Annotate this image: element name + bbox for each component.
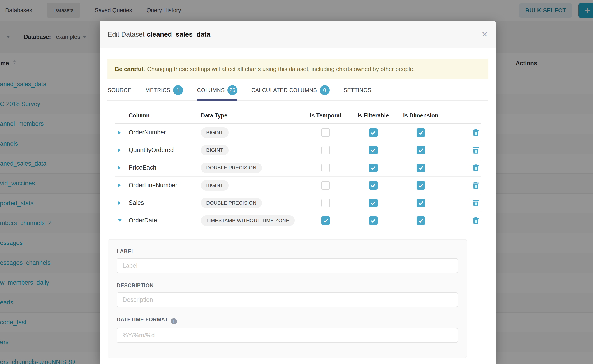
datetime-format-field-group: DATETIME FORMATi — [117, 317, 467, 343]
is-filterable-checkbox[interactable] — [369, 163, 377, 172]
expand-caret-icon[interactable] — [115, 148, 129, 152]
label-input[interactable] — [117, 258, 458, 273]
is-temporal-checkbox[interactable] — [321, 181, 330, 190]
columns-table: Column Data Type Is Temporal Is Filterab… — [115, 108, 481, 229]
tab-label: METRICS — [145, 87, 170, 93]
datetime-format-field-label: DATETIME FORMATi — [117, 317, 467, 324]
column-name: QuantityOrdered — [129, 147, 201, 154]
is-dimension-checkbox[interactable] — [416, 181, 425, 190]
is-filterable-checkbox[interactable] — [369, 199, 377, 207]
tab-label: COLUMNS — [197, 87, 225, 93]
warning-text: Changing these settings will affect all … — [147, 66, 415, 73]
expand-caret-icon[interactable] — [115, 183, 129, 187]
collapse-caret-icon[interactable] — [115, 219, 129, 222]
header-is-filterable: Is Filterable — [349, 112, 397, 119]
header-column: Column — [129, 112, 201, 119]
modal-title: Edit Datasetcleaned_sales_data — [108, 30, 210, 38]
columns-count-badge: 25 — [227, 85, 237, 95]
is-filterable-checkbox[interactable] — [369, 181, 377, 190]
close-icon[interactable]: ✕ — [481, 30, 488, 38]
warning-banner: Be careful. Changing these settings will… — [107, 59, 488, 79]
is-dimension-checkbox[interactable] — [416, 199, 425, 207]
is-dimension-checkbox[interactable] — [416, 128, 425, 137]
tab-metrics[interactable]: METRICS 1 — [145, 85, 183, 100]
modal-title-prefix: Edit Dataset — [108, 30, 145, 38]
column-row: Sales DOUBLE PRECISION — [115, 194, 481, 212]
is-temporal-checkbox[interactable] — [321, 128, 330, 137]
is-dimension-checkbox[interactable] — [416, 163, 425, 172]
tab-source[interactable]: SOURCE — [108, 85, 131, 100]
data-type-pill: BIGINT — [201, 127, 229, 138]
tab-settings[interactable]: SETTINGS — [344, 85, 371, 100]
page: Databases Datasets Saved Queries Query H… — [0, 0, 593, 364]
is-filterable-checkbox[interactable] — [369, 146, 377, 155]
expand-caret-icon[interactable] — [115, 130, 129, 135]
column-editor-panel: LABEL DESCRIPTION DATETIME FORMATi — [108, 239, 467, 358]
column-name: OrderNumber — [129, 129, 201, 136]
is-temporal-checkbox[interactable] — [321, 163, 330, 172]
tab-label: SETTINGS — [344, 87, 371, 93]
tab-calculated-columns[interactable]: CALCULATED COLUMNS 0 — [251, 85, 330, 100]
is-temporal-checkbox[interactable] — [321, 146, 330, 155]
expand-caret-icon[interactable] — [115, 166, 129, 170]
data-type-pill: TIMESTAMP WITHOUT TIME ZONE — [201, 215, 295, 226]
datetime-format-label-text: DATETIME FORMAT — [117, 317, 168, 323]
column-name: OrderDate — [129, 217, 201, 224]
data-type-pill: DOUBLE PRECISION — [201, 198, 262, 208]
modal-header: Edit Datasetcleaned_sales_data ✕ — [100, 21, 495, 48]
description-input[interactable] — [117, 292, 458, 307]
delete-column-trash-icon[interactable] — [472, 147, 479, 154]
is-temporal-checkbox[interactable] — [321, 216, 330, 225]
info-icon[interactable]: i — [171, 318, 177, 324]
header-is-dimension: Is Dimension — [397, 112, 445, 119]
modal-title-dataset-name: cleaned_sales_data — [147, 30, 210, 38]
datetime-format-input[interactable] — [117, 328, 458, 343]
tab-columns[interactable]: COLUMNS 25 — [197, 85, 237, 100]
column-row-expanded: OrderDate TIMESTAMP WITHOUT TIME ZONE — [115, 212, 481, 229]
header-data-type: Data Type — [201, 112, 302, 119]
delete-column-trash-icon[interactable] — [472, 182, 479, 189]
column-row: PriceEach DOUBLE PRECISION — [115, 159, 481, 177]
edit-dataset-modal: Edit Datasetcleaned_sales_data ✕ Be care… — [100, 21, 495, 364]
data-type-pill: BIGINT — [201, 145, 229, 155]
data-type-pill: DOUBLE PRECISION — [201, 162, 262, 173]
calculated-columns-count-badge: 0 — [320, 85, 330, 95]
is-filterable-checkbox[interactable] — [369, 216, 377, 225]
label-field-label: LABEL — [117, 248, 467, 255]
label-field-group: LABEL — [117, 248, 467, 273]
tab-label: SOURCE — [108, 87, 131, 93]
columns-table-header: Column Data Type Is Temporal Is Filterab… — [115, 108, 481, 124]
is-temporal-checkbox[interactable] — [321, 199, 330, 207]
column-name: Sales — [129, 199, 201, 206]
warning-bold-text: Be careful. — [115, 66, 145, 73]
expand-caret-icon[interactable] — [115, 201, 129, 205]
data-type-pill: BIGINT — [201, 180, 229, 191]
modal-body: Be careful. Changing these settings will… — [100, 59, 495, 358]
header-is-temporal: Is Temporal — [302, 112, 349, 119]
column-name: PriceEach — [129, 164, 201, 171]
is-dimension-checkbox[interactable] — [416, 146, 425, 155]
column-row: OrderNumber BIGINT — [115, 124, 481, 141]
delete-column-trash-icon[interactable] — [472, 164, 479, 171]
description-field-group: DESCRIPTION — [117, 283, 467, 307]
delete-column-trash-icon[interactable] — [472, 199, 479, 207]
tab-bar: SOURCE METRICS 1 COLUMNS 25 CALCULATED C… — [107, 85, 488, 101]
column-name: OrderLineNumber — [129, 182, 201, 189]
metrics-count-badge: 1 — [173, 85, 183, 95]
tab-label: CALCULATED COLUMNS — [251, 87, 317, 93]
description-field-label: DESCRIPTION — [117, 283, 467, 289]
delete-column-trash-icon[interactable] — [472, 129, 479, 136]
delete-column-trash-icon[interactable] — [472, 217, 479, 224]
is-filterable-checkbox[interactable] — [369, 128, 377, 137]
column-row: OrderLineNumber BIGINT — [115, 177, 481, 194]
column-row: QuantityOrdered BIGINT — [115, 141, 481, 159]
is-dimension-checkbox[interactable] — [416, 216, 425, 225]
